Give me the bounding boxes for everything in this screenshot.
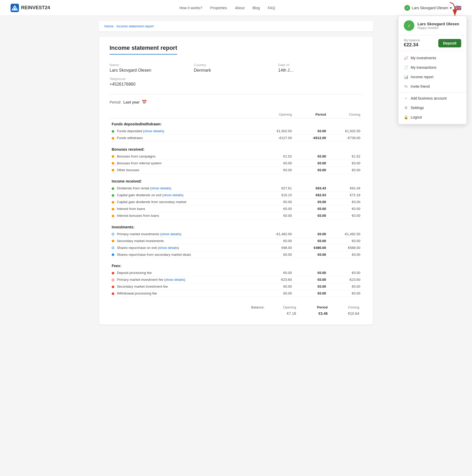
section-sep-0 xyxy=(110,141,362,144)
row-closing-0-1: -€739.00 xyxy=(328,135,362,141)
nav-faq[interactable]: FAQ xyxy=(268,6,275,10)
row-period-1-2: €0.00 xyxy=(294,166,328,173)
row-label-2-3: Interest from loans xyxy=(110,205,260,212)
menu-item-settings[interactable]: ⚙ Settings xyxy=(399,103,466,112)
section-header-0: Funds deposited/withdrawn: xyxy=(110,118,362,128)
main-content: Home - Income statement report Income st… xyxy=(91,16,381,330)
row-label-1-0: Bonuses from campaigns xyxy=(110,153,260,160)
row-text-3-0: Primary market investments xyxy=(117,232,159,236)
breadcrumb: Home - Income statement report xyxy=(99,21,373,31)
row-opening-4-0: €0.00 xyxy=(260,269,294,276)
row-period-1-0: €0.00 xyxy=(294,153,328,160)
nav-blog[interactable]: Blog xyxy=(253,6,260,10)
header: REINVEST24 How it works? Properties Abou… xyxy=(0,0,472,16)
row-closing-2-3: €0.00 xyxy=(328,205,362,212)
section-header-4: Fees: xyxy=(110,260,362,269)
show-details-link[interactable]: show details xyxy=(159,246,178,250)
language-flag[interactable]: 🇬🇧 xyxy=(455,5,461,11)
user-menu-button[interactable]: ✓ Lars Skovgard Olesen ▾ xyxy=(404,5,452,11)
dropdown-header: ✓ Lars Skovgard Olesen Happy investor xyxy=(399,16,466,35)
row-dot-1-2 xyxy=(112,169,114,171)
menu-item-income-report[interactable]: 📊 Income report xyxy=(399,72,466,82)
breadcrumb-home[interactable]: Home xyxy=(104,24,114,28)
menu-label-settings: Settings xyxy=(411,106,424,110)
row-label-4-3: Withdrawal processing fee xyxy=(110,290,260,297)
row-opening-2-3: €0.00 xyxy=(260,205,294,212)
menu-item-business-account[interactable]: + Add business account xyxy=(399,94,466,103)
row-closing-3-2: €588.00 xyxy=(328,244,362,251)
breadcrumb-current: Income statement report xyxy=(116,24,154,28)
row-text-4-3: Withdrawal processing fee xyxy=(117,291,157,295)
row-label-4-2: Secondary market investment fee xyxy=(110,283,260,290)
row-period-1-1: €0.00 xyxy=(294,160,328,166)
row-opening-2-4: €0.00 xyxy=(260,212,294,219)
row-dot-2-0 xyxy=(112,187,114,190)
row-dot-2-4 xyxy=(112,215,114,217)
logo-text: REINVEST24 xyxy=(21,5,50,11)
section-sep-1 xyxy=(110,173,362,175)
row-closing-3-0: -€1,482.00 xyxy=(328,231,362,238)
row-period-2-4: €0.00 xyxy=(294,212,328,219)
plus-icon: + xyxy=(404,96,408,100)
row-label-2-1: Capital gain dividends on exit (show det… xyxy=(110,192,260,199)
balance-info: My balance €22.34 xyxy=(404,38,420,48)
show-details-link[interactable]: show details xyxy=(151,186,170,190)
user-info-grid: Name: Lars Skovgard Olesen Telephone: +4… xyxy=(110,61,362,94)
row-label-3-1: Secondary market investments xyxy=(110,237,260,244)
nav-how-it-works[interactable]: How it works? xyxy=(179,6,202,10)
row-opening-3-1: €0.00 xyxy=(260,237,294,244)
table-row: Funds deposited (show details) €1,502.50… xyxy=(110,128,362,135)
dropdown-menu: 📈 My investments 📄 My transactions 📊 Inc… xyxy=(399,51,466,124)
row-opening-0-0: €1,502.50 xyxy=(260,128,294,135)
date-label: Date of xyxy=(278,63,362,67)
report-table: Opening Period Closing Funds deposited/w… xyxy=(110,111,362,299)
show-details-link[interactable]: show details xyxy=(165,278,184,282)
show-details-link[interactable]: show details xyxy=(144,129,163,133)
table-row: Interest from loans €0.00 €0.00 €0.00 xyxy=(110,205,362,212)
nav-properties[interactable]: Properties xyxy=(210,6,227,10)
row-closing-3-1: €0.00 xyxy=(328,237,362,244)
deposit-button[interactable]: Deposit xyxy=(438,39,461,47)
dropdown-user-name: Lars Skovgard Olesen xyxy=(417,22,459,26)
row-closing-2-2: €0.00 xyxy=(328,199,362,205)
row-label-4-0: Deposit processing fee xyxy=(110,269,260,276)
row-dot-0-1 xyxy=(112,137,114,140)
balance-period-value: €3.46 xyxy=(299,310,331,317)
chevron-down-icon: ▾ xyxy=(450,6,452,10)
row-text-0-1: Funds withdrawn xyxy=(117,136,143,140)
row-period-0-0: €0.00 xyxy=(294,128,328,135)
row-dot-4-3 xyxy=(112,292,114,295)
calendar-icon[interactable]: 📅 xyxy=(142,100,147,105)
menu-item-transactions[interactable]: 📄 My transactions xyxy=(399,63,466,72)
table-header: Opening Period Closing xyxy=(110,111,362,118)
section-title-0: Funds deposited/withdrawn: xyxy=(110,118,362,128)
phone-value: +4526176860 xyxy=(110,82,194,87)
show-details-link[interactable]: show details xyxy=(161,232,180,236)
section-title-2: Income received: xyxy=(110,175,362,185)
balance-period-header: Period xyxy=(299,304,331,310)
period-label: Period: xyxy=(110,100,121,104)
row-dot-1-0 xyxy=(112,155,114,158)
table-row: Secondary market investment fee €0.00 €0… xyxy=(110,283,362,290)
balance-opening-header: Opening xyxy=(268,304,299,310)
balance-summary-table: Balance: Opening Period Closing €7.18 €3… xyxy=(241,304,362,317)
section-header-2: Income received: xyxy=(110,175,362,185)
show-details-link[interactable]: show details xyxy=(164,193,183,197)
menu-item-invite-friend[interactable]: % Invite friend xyxy=(399,82,466,91)
col-period-header: Period xyxy=(294,111,328,118)
header-right: ✓ Lars Skovgard Olesen ▾ 🇬🇧 xyxy=(404,5,461,11)
row-closing-1-2: €0.00 xyxy=(328,166,362,173)
section-title-3: Investments: xyxy=(110,221,362,231)
row-opening-1-1: €0.00 xyxy=(260,160,294,166)
name-value: Lars Skovgard Olesen xyxy=(110,68,194,73)
row-period-3-3: €0.00 xyxy=(294,251,328,258)
menu-item-logout[interactable]: 🔓 Logout xyxy=(399,112,466,122)
investments-icon: 📈 xyxy=(404,56,408,60)
logout-icon: 🔓 xyxy=(404,115,408,119)
row-closing-2-0: €91.04 xyxy=(328,185,362,192)
table-row: Shares repurchase on exit (show details)… xyxy=(110,244,362,251)
row-dot-1-1 xyxy=(112,162,114,165)
nav-about[interactable]: About xyxy=(235,6,245,10)
menu-item-investments[interactable]: 📈 My investments xyxy=(399,53,466,63)
income-report-icon: 📊 xyxy=(404,75,408,79)
